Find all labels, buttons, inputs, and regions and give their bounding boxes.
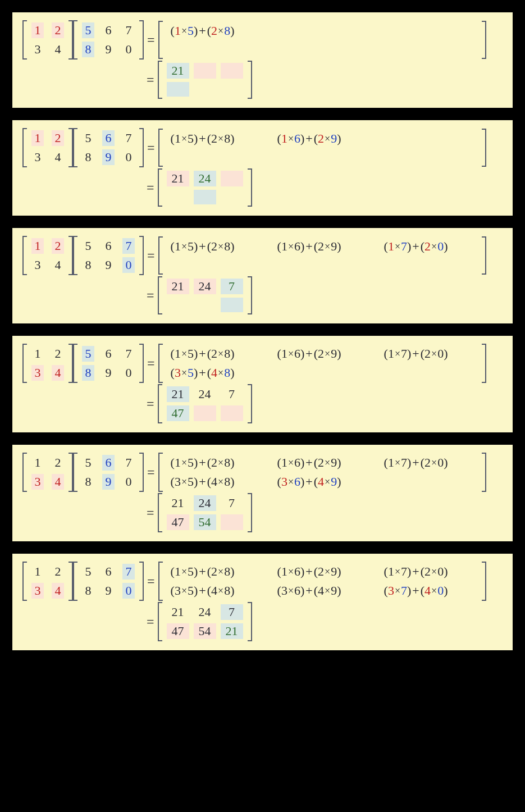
matrix-multiplication-steps: 1234567890=(1×5)+(2×8)=211234567890=(1×5… <box>0 12 525 650</box>
result-line: =212474754 <box>22 493 503 532</box>
expansion-cell <box>275 365 369 381</box>
bracket-right <box>482 562 486 601</box>
bracket-left <box>158 129 163 167</box>
result-matrix: 212474754 <box>163 493 246 532</box>
expansion-cell <box>168 258 263 272</box>
matrix-b-cell: 5 <box>82 130 94 146</box>
bracket-right <box>69 344 73 383</box>
matrix-b-cell: 5 <box>82 564 94 580</box>
result-cell <box>221 298 243 312</box>
bracket-left <box>73 20 77 60</box>
expansion-cell <box>382 42 476 57</box>
matrix-b-cell: 8 <box>82 257 94 273</box>
result-matrix: 21 <box>163 61 246 99</box>
expansion-cell: (1×5)+(2×8) <box>168 455 263 471</box>
matrix-b-cell: 6 <box>102 238 115 254</box>
matrix-a-cell: 1 <box>31 130 44 146</box>
bracket-left <box>158 493 162 532</box>
bracket-right <box>139 236 144 275</box>
matrix-a-cell: 2 <box>52 346 64 362</box>
matrix-a-cell: 4 <box>52 474 64 490</box>
matrix-b-cell: 6 <box>102 564 115 580</box>
bracket-right <box>248 493 252 532</box>
expansion-cell <box>275 258 369 272</box>
step-panel: 1234567890=(1×5)+(2×8)(1×6)+(2×9)(1×7)+(… <box>12 554 513 650</box>
result-cell <box>167 190 189 204</box>
expansion-cell <box>382 258 476 272</box>
expansion-cell <box>382 131 476 147</box>
bracket-right <box>69 128 73 167</box>
matrix-b: 567890 <box>79 20 138 60</box>
matrix-a: 1234 <box>28 20 67 60</box>
expansion-cell: (1×6)+(2×9) <box>275 239 369 254</box>
result-cell: 24 <box>194 279 216 294</box>
matrix-b-cell: 6 <box>102 22 115 38</box>
result-line: =21 <box>22 61 503 99</box>
matrix-a-cell: 3 <box>31 365 44 381</box>
expansion-cell <box>168 42 263 57</box>
bracket-left <box>22 128 27 167</box>
expansion-cell: (3×5)+(4×8) <box>168 474 263 490</box>
bracket-right <box>69 562 73 601</box>
matrix-a-cell: 3 <box>31 474 44 490</box>
bracket-right <box>69 453 73 492</box>
equals-sign: = <box>147 248 155 263</box>
result-cell: 47 <box>167 514 189 530</box>
bracket-right <box>69 236 73 275</box>
result-cell: 7 <box>221 279 243 294</box>
bracket-left <box>158 168 162 207</box>
bracket-left <box>22 20 27 60</box>
equation-line: 1234567890=(1×5)+(2×8)(1×6)+(2×9)(1×7)+(… <box>22 562 503 601</box>
bracket-left <box>22 344 27 383</box>
bracket-left <box>158 453 163 492</box>
result-cell: 24 <box>194 386 216 402</box>
matrix-b-cell: 8 <box>82 149 94 165</box>
expansion-cell: (1×5)+(2×8) <box>168 346 263 362</box>
bracket-right <box>482 129 486 167</box>
matrix-b-cell: 9 <box>102 42 115 57</box>
equation-line: 1234567890=(1×5)+(2×8)(1×6)+(2×9)(1×7)+(… <box>22 344 503 383</box>
result-cell <box>221 171 243 186</box>
expansion-cell <box>382 365 476 381</box>
step-panel: 1234567890=(1×5)+(2×8)(1×6)+(2×9)(1×7)+(… <box>12 445 513 541</box>
matrix-a-cell: 1 <box>31 238 44 254</box>
result-line: =2124747 <box>22 384 503 423</box>
matrix-b-cell: 8 <box>82 365 94 381</box>
result-cell <box>167 298 189 312</box>
equals-sign: = <box>147 465 155 480</box>
result-cell: 7 <box>221 495 243 511</box>
result-cell <box>194 405 216 421</box>
result-cell: 21 <box>167 604 189 620</box>
expansion-matrix: (1×5)+(2×8) <box>164 21 481 59</box>
result-cell <box>221 514 243 530</box>
bracket-left <box>158 384 162 423</box>
matrix-a-cell: 3 <box>31 42 44 57</box>
matrix-b-cell: 5 <box>82 346 94 362</box>
equals-sign: = <box>147 288 154 303</box>
expansion-cell: (1×7)+(2×0) <box>382 239 476 254</box>
matrix-a-cell: 4 <box>52 149 64 165</box>
matrix-b-cell: 5 <box>82 22 94 38</box>
bracket-left <box>158 344 163 383</box>
result-cell <box>194 82 216 97</box>
bracket-right <box>139 453 144 492</box>
matrix-b-cell: 0 <box>122 42 135 57</box>
expansion-cell: (1×6)+(2×9) <box>275 455 369 471</box>
matrix-b-cell: 6 <box>102 455 115 471</box>
matrix-a-cell: 4 <box>52 365 64 381</box>
equals-sign: = <box>147 614 154 629</box>
matrix-a: 1234 <box>28 128 67 167</box>
bracket-right <box>482 236 486 275</box>
result-cell: 7 <box>221 386 243 402</box>
matrix-b-cell: 9 <box>102 474 115 490</box>
equals-sign: = <box>147 574 155 589</box>
expansion-cell: (1×7)+(2×0) <box>382 455 476 471</box>
equals-sign: = <box>147 33 155 48</box>
bracket-right <box>248 168 252 207</box>
result-cell: 7 <box>221 604 243 620</box>
matrix-a: 1234 <box>28 453 67 492</box>
equation-line: 1234567890=(1×5)+(2×8)(1×6)+(2×9)(1×7)+(… <box>22 453 503 492</box>
bracket-left <box>158 21 163 59</box>
matrix-a: 1234 <box>28 344 67 383</box>
expansion-matrix: (1×5)+(2×8)(1×6)+(2×9)(1×7)+(2×0)(3×5)+(… <box>164 344 481 383</box>
